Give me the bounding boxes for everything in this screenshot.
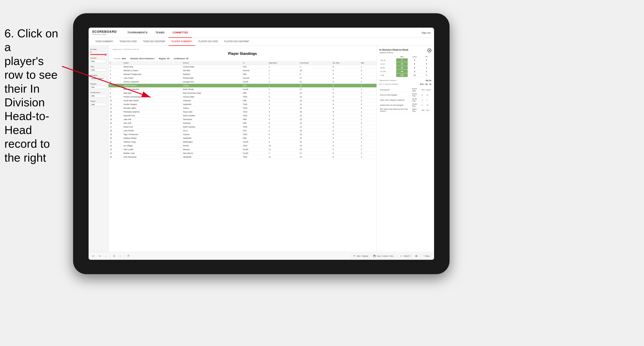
h2h-loss: 9: [408, 62, 422, 66]
t-name: SEC Match Play hosted by Jerry Pate Roun…: [379, 108, 412, 113]
player-school: Texas A&M: [182, 110, 242, 114]
table-row[interactable]: 9 Preston Summerhays Arizona State Third…: [108, 95, 376, 99]
sub-nav-team-h2h-heatmap[interactable]: TEAM H2H HEATMAP: [140, 38, 168, 46]
opponents-row-1: Opponents in division: 98.1%: [379, 79, 432, 82]
player-rds: 8: [332, 76, 360, 80]
player-reg: 8: [268, 121, 298, 125]
player-conf: 19: [298, 121, 332, 125]
table-row[interactable]: 4 Luke Claton Florida State Second 1 27 …: [108, 76, 376, 80]
table-row[interactable]: 21 Taehoon Song Washington Fourth 6 23 8…: [108, 140, 376, 144]
filter-row: Gender: Men Division: NCAA Division I Re…: [112, 57, 373, 60]
player-rds: 8: [332, 91, 360, 95]
player-reg: 8: [268, 114, 298, 118]
player-rank: 21: [108, 140, 122, 144]
table-row[interactable]: 17 David Ford North Carolina Third 8 21 …: [108, 125, 376, 129]
player-reg: 1: [268, 88, 298, 91]
sub-nav-team-summary[interactable]: TEAM SUMMARY: [92, 38, 116, 46]
player-school: North Florida: [182, 88, 242, 91]
player-school: East Tennessee State: [182, 91, 242, 95]
bottom-toolbar: ↩ ↪ → ⎘ ⋯ ⏱ 👁 View: Original 💾 Sav: [108, 252, 376, 260]
nav-teams[interactable]: TEAMS: [152, 28, 168, 38]
table-row[interactable]: 15 Jake Hall Tennessee Fifth 8 23 8 1: [108, 118, 376, 121]
table-row[interactable]: 16 Alex Goff Kentucky Fifth 8 19 8 0: [108, 121, 376, 125]
nav-committee[interactable]: COMMITTEE: [168, 28, 192, 38]
table-row[interactable]: 14 Maxwell Ford North Carolina Third 8 2…: [108, 114, 376, 118]
table-row[interactable]: 8 Mats Ege East Tennessee State Fifth 1 …: [108, 91, 376, 95]
player-yr: Fourth: [242, 88, 268, 91]
t-col-type: Event Type: [412, 87, 421, 92]
no-rds-slider[interactable]: [90, 54, 106, 55]
col-no-rds: No. Rds.: [332, 61, 360, 65]
t-type: Stroke Play: [412, 98, 421, 103]
region-input[interactable]: [90, 86, 106, 89]
table-row[interactable]: 22 Ian Gilligan Florida Third 10 24 8 1: [108, 144, 376, 148]
table-row[interactable]: 23 Jack Lundin Missouri Fourth 11 24 8 1: [108, 148, 376, 152]
player-rank: 9: [108, 95, 122, 99]
division-input[interactable]: [90, 77, 106, 80]
player-input[interactable]: [90, 103, 106, 106]
tablet-frame: SCOREBOARD Powered by clippi TOURNAMENTS…: [73, 13, 450, 274]
filter-gender-value: Men: [122, 57, 126, 60]
table-row[interactable]: 7 Nicholas Gabrelick North Florida Fourt…: [108, 88, 376, 91]
table-row[interactable]: 19 Tiger Christensen Arizona Third 8 23 …: [108, 133, 376, 136]
player-table: # Player School Yr Reg Rank Conf Rank No…: [108, 61, 376, 159]
t-col-name: Tournament: [379, 87, 412, 92]
save-custom-btn[interactable]: 💾 Save Custom View: [372, 254, 376, 258]
player-school: Tennessee: [182, 118, 242, 121]
table-row[interactable]: 25 Cole Sherwood Vanderbilt Third 12 23 …: [108, 155, 376, 159]
h2h-win: 22: [396, 66, 408, 70]
table-row[interactable]: 2 Michael La Sasso Ole Miss Second 1 18 …: [108, 69, 376, 72]
player-win: 0: [360, 136, 376, 140]
sign-out-link[interactable]: Sign out: [422, 31, 430, 34]
table-row[interactable]: 12 Brendan Valles Auburn Third 4 20 8 0: [108, 106, 376, 110]
player-rds: 8: [332, 114, 360, 118]
division-label: Division: [90, 74, 106, 76]
sub-nav-player-h2h-grid[interactable]: PLAYER H2H GRID: [195, 38, 221, 46]
table-row[interactable]: 18 Luke Powell UCLA First 6 24 8 1: [108, 129, 376, 133]
filter-region-value: Region: All: [159, 57, 169, 60]
player-rds: 8: [332, 95, 360, 99]
table-row[interactable]: 24 Bastian Amat New Mexico Fourth 1 27 8…: [108, 152, 376, 155]
clock-btn[interactable]: ⏱: [126, 254, 131, 258]
player-rds: 8: [332, 125, 360, 129]
player-win: 1: [360, 155, 376, 159]
player-standings-header: Update time: 27/03/2024 16:56:26 Player …: [108, 46, 376, 61]
gender-input[interactable]: [90, 60, 106, 63]
player-yr: Third: [242, 114, 268, 118]
h2h-col-range: [379, 55, 396, 58]
year-input[interactable]: [90, 68, 106, 72]
logo-powered: Powered by clippi: [92, 33, 117, 35]
table-row[interactable]: 13 Phichaksn Maichon Texas A&M Third 6 3…: [108, 110, 376, 114]
sub-nav-team-h2h-grid[interactable]: TEAM H2H GRID: [116, 38, 140, 46]
copy-btn[interactable]: ⎘: [112, 254, 116, 258]
table-row[interactable]: 10 Jacob Mac Diesen Arkansas Fifth 4 23 …: [108, 99, 376, 103]
nav-tournaments[interactable]: TOURNAMENTS: [123, 28, 152, 38]
h2h-close-btn[interactable]: ✕: [428, 48, 432, 52]
division-filter: Division: [90, 74, 106, 80]
player-yr: Third: [242, 110, 268, 114]
table-row[interactable]: 6 Jackson Koivun Auburn First 1 14 8 1: [108, 84, 376, 88]
filter-region: Region: All: [159, 57, 169, 60]
t-score: -17: [426, 92, 432, 98]
sub-nav-player-summary[interactable]: PLAYER SUMMARY: [168, 38, 195, 46]
player-name: Ian Gilligan: [122, 144, 181, 148]
table-row[interactable]: 5 Christo Lamprecht Georgia Tech Fourth …: [108, 80, 376, 84]
view-original-btn[interactable]: 👁 View: Original: [352, 254, 370, 258]
player-win: 2: [360, 133, 376, 136]
table-row[interactable]: 3 Michael Thorbjornsen Stanford Fifth 1 …: [108, 72, 376, 76]
opponents-row-2: W-L-T record in-division: 674 - 33 - 12: [379, 83, 432, 86]
h2h-table-body: Top 10 8 3 2 11-25 20 9 5 26-50 22 4 1 5…: [379, 58, 432, 77]
table-row[interactable]: 20 Matthew Riedel Vanderbilt Fifth 8 23 …: [108, 136, 376, 140]
more-btn[interactable]: ⋯: [118, 254, 122, 258]
h2h-tie: 2: [422, 58, 432, 62]
h2h-row: 11-25 20 9 5: [379, 62, 432, 66]
left-sidebar: No Rds. 6 Gender Year Division: [88, 46, 108, 260]
col-yr: Yr: [242, 61, 268, 65]
player-rds: 8: [332, 155, 360, 159]
player-rds: 8: [332, 106, 360, 110]
year-label: Year: [90, 66, 106, 68]
table-row[interactable]: 1 Wenyi Ding Arizona State First 1 1 8 1: [108, 65, 376, 69]
sub-nav-player-h2h-heatmap[interactable]: PLAYER H2H HEATMAP: [221, 38, 252, 46]
table-row[interactable]: 11 Gordon Sargent Vanderbilt Third 4 21 …: [108, 103, 376, 106]
conference-input[interactable]: [90, 94, 106, 98]
